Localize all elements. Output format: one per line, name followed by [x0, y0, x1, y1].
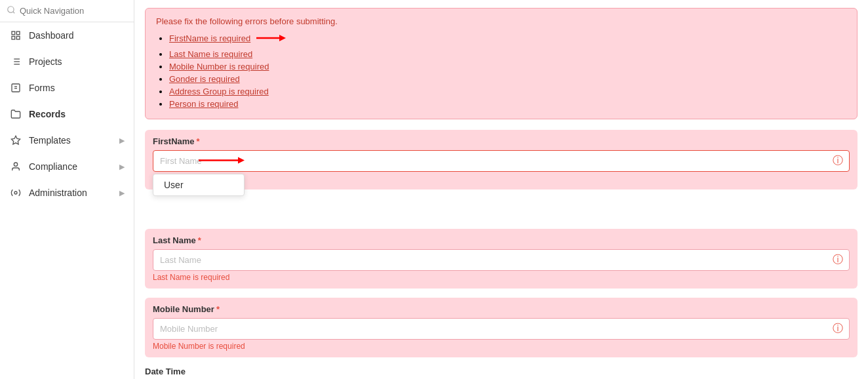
required-marker: *	[197, 136, 200, 146]
mobile-label: Mobile Number *	[153, 304, 850, 314]
compliance-icon	[9, 160, 22, 173]
error-item-firstname: FirstName is required	[169, 31, 846, 47]
mobile-section: Mobile Number * ⓘ Mobile Number is requi…	[145, 298, 858, 357]
search-icon	[7, 5, 16, 16]
firstname-dropdown[interactable]: User	[153, 174, 245, 196]
lastname-label: Last Name *	[153, 235, 850, 245]
sidebar-item-forms[interactable]: Forms	[0, 75, 134, 101]
svg-rect-3	[16, 31, 20, 35]
sidebar-item-compliance[interactable]: Compliance ▶	[0, 153, 134, 180]
error-link-gender[interactable]: Gonder is required	[169, 74, 240, 84]
sidebar-item-label: Compliance	[29, 161, 77, 172]
error-header: Please fix the following errors before s…	[156, 16, 846, 26]
error-item-gender: Gonder is required	[169, 73, 846, 84]
firstname-label: FirstName *	[153, 136, 850, 146]
error-link-person[interactable]: Person is required	[169, 99, 239, 109]
chevron-right-icon: ▶	[119, 163, 125, 171]
sidebar-item-records[interactable]: Records	[0, 101, 134, 127]
sidebar-item-label: Templates	[29, 135, 71, 146]
dashboard-icon	[9, 29, 22, 42]
error-item-lastname: Last Name is required	[169, 49, 846, 59]
chevron-right-icon: ▶	[119, 189, 125, 197]
records-icon	[9, 108, 22, 121]
error-list: FirstName is required Last Name is requi…	[156, 31, 846, 109]
chevron-right-icon: ▶	[119, 136, 125, 145]
svg-marker-15	[11, 136, 20, 144]
administration-icon	[9, 186, 22, 199]
svg-line-1	[13, 12, 15, 14]
required-marker: *	[216, 304, 220, 314]
datetime-label: Date Time	[145, 367, 858, 376]
firstname-section: FirstName * ⓘ User FirstName is required	[145, 130, 858, 190]
sidebar-item-dashboard[interactable]: Dashboard	[0, 22, 134, 49]
firstname-input-wrapper: ⓘ User	[153, 150, 850, 172]
sidebar: ▼ Dashboard Projects Forms Records	[0, 0, 134, 379]
svg-point-0	[8, 7, 14, 12]
quick-nav-input[interactable]	[20, 6, 130, 16]
svg-marker-19	[279, 35, 286, 41]
error-item-address-group: Address Group is required	[169, 86, 846, 96]
error-box: Please fix the following errors before s…	[145, 8, 858, 119]
sidebar-item-administration[interactable]: Administration ▶	[0, 180, 134, 206]
projects-icon	[9, 55, 22, 68]
mobile-error: Mobile Number is required	[153, 342, 850, 351]
lastname-error: Last Name is required	[153, 273, 850, 282]
svg-rect-5	[16, 36, 20, 39]
datetime-section: Date Time	[145, 367, 858, 379]
sidebar-item-label: Projects	[29, 56, 62, 67]
svg-point-16	[14, 163, 17, 166]
sidebar-item-label: Forms	[29, 83, 55, 93]
forms-icon	[9, 81, 22, 94]
sidebar-item-label: Administration	[29, 188, 87, 198]
lastname-section: Last Name * ⓘ Last Name is required	[145, 229, 858, 289]
error-link-firstname[interactable]: FirstName is required	[169, 33, 250, 43]
firstname-input[interactable]	[153, 150, 850, 172]
error-link-mobile[interactable]: Mobile Number is required	[169, 62, 269, 71]
lastname-input-wrapper: ⓘ	[153, 249, 850, 271]
sidebar-navigation: Dashboard Projects Forms Records Templat	[0, 22, 134, 379]
sidebar-item-label: Dashboard	[29, 30, 74, 41]
templates-icon	[9, 134, 22, 147]
error-item-mobile: Mobile Number is required	[169, 61, 846, 71]
svg-rect-2	[12, 31, 15, 35]
lastname-input[interactable]	[153, 249, 850, 271]
sidebar-item-templates[interactable]: Templates ▶	[0, 127, 134, 153]
mobile-input[interactable]	[153, 318, 850, 340]
sidebar-item-label: Records	[29, 109, 66, 119]
firstname-error: FirstName is required	[153, 174, 850, 183]
svg-point-17	[14, 191, 17, 194]
dropdown-option-user[interactable]: User	[164, 180, 184, 190]
error-link-address-group[interactable]: Address Group is required	[169, 87, 269, 96]
error-item-person: Person is required	[169, 98, 846, 109]
required-marker: *	[198, 235, 201, 245]
arrow-annotation	[253, 31, 286, 47]
svg-rect-4	[12, 36, 15, 39]
error-link-lastname[interactable]: Last Name is required	[169, 49, 252, 59]
mobile-input-wrapper: ⓘ	[153, 318, 850, 340]
sidebar-search[interactable]: ▼	[0, 0, 134, 22]
sidebar-item-projects[interactable]: Projects	[0, 49, 134, 75]
main-content: Please fix the following errors before s…	[134, 0, 868, 379]
